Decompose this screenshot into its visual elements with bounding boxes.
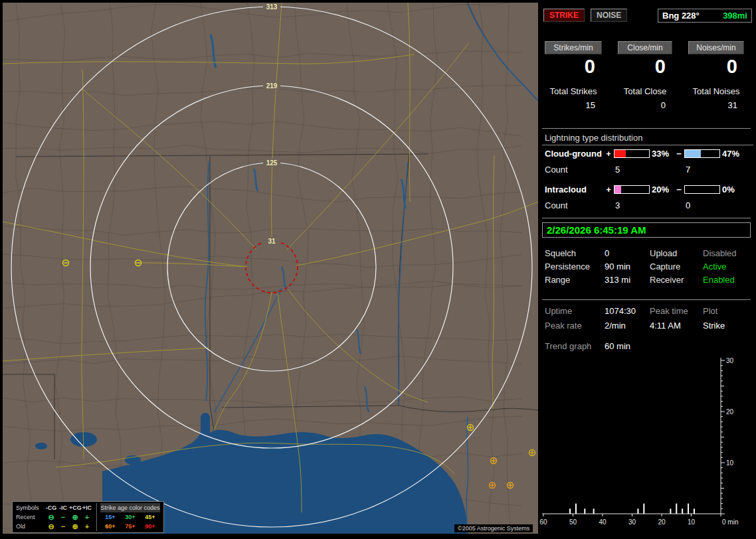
svg-text:60: 60 bbox=[539, 518, 547, 526]
bearing-range: 398mi bbox=[723, 11, 747, 21]
strikes-per-min-value: 0 bbox=[545, 54, 602, 78]
age-75-label: 75+ bbox=[120, 522, 140, 531]
close-per-min-value: 0 bbox=[618, 54, 672, 78]
age-45-label: 45+ bbox=[140, 512, 160, 522]
cloud-ground-label: Cloud-ground bbox=[545, 149, 603, 159]
trend-graph-row: Trend graph 60 min bbox=[545, 341, 752, 354]
legend-col-neg-ic: -IC bbox=[57, 503, 69, 512]
old-neg-cg-icon: ⊖ bbox=[45, 522, 57, 531]
bearing-label: Bng 228° bbox=[662, 11, 700, 21]
plus-sign: + bbox=[605, 185, 612, 194]
map-area: 31321912531 bbox=[3, 3, 538, 534]
cloud-ground-row: Cloud-ground + 33% − 47% bbox=[545, 148, 751, 159]
plus-sign: + bbox=[605, 149, 612, 159]
uptime-value: 1074:30 bbox=[605, 306, 650, 316]
recent-neg-cg-icon: ⊖ bbox=[45, 512, 57, 522]
intracloud-row: Intracloud + 20% − 0% bbox=[545, 184, 751, 194]
uptime-label: Uptime bbox=[545, 306, 605, 316]
cg-negative-bar bbox=[684, 149, 720, 158]
cg-positive-count: 5 bbox=[614, 165, 650, 175]
status-panel: STRIKE NOISE Bng 228° 398mi Strikes/min … bbox=[539, 0, 756, 539]
legend-symbols-section: Symbols -CG -IC +CG +IC Recent ⊖ − ⊕ + O… bbox=[16, 503, 93, 531]
strike-symbol-cg-pos bbox=[490, 483, 496, 489]
recent-pos-cg-icon: ⊕ bbox=[69, 512, 81, 522]
capture-status: Active bbox=[703, 262, 752, 271]
peak-time-value: 4:11 AM bbox=[650, 321, 703, 331]
bearing-display: Bng 228° 398mi bbox=[658, 9, 752, 23]
strike-symbol-cg-pos bbox=[508, 483, 514, 489]
divider bbox=[542, 299, 751, 300]
peak-rate-label: Peak rate bbox=[545, 321, 605, 331]
strike-symbol-cg-pos bbox=[468, 425, 474, 431]
upload-label: Upload bbox=[650, 248, 703, 258]
squelch-value: 0 bbox=[605, 248, 650, 258]
legend-col-neg-cg: -CG bbox=[45, 503, 57, 512]
session-stats-grid: Uptime 1074:30 Peak time Plot Peak rate … bbox=[545, 306, 752, 335]
old-pos-ic-icon: + bbox=[81, 522, 93, 531]
datetime-display: 2/26/2026 6:45:19 AM bbox=[542, 222, 751, 238]
ic-positive-pct: 20% bbox=[652, 185, 674, 194]
old-pos-cg-icon: ⊕ bbox=[69, 522, 81, 531]
strike-symbol-cg-pos bbox=[529, 450, 535, 456]
divider bbox=[542, 128, 751, 129]
minus-sign: − bbox=[676, 149, 682, 159]
map-legend: Symbols -CG -IC +CG +IC Recent ⊖ − ⊕ + O… bbox=[12, 501, 164, 533]
svg-text:0 min: 0 min bbox=[722, 518, 738, 526]
ic-negative-pct: 0% bbox=[722, 185, 744, 194]
divider bbox=[542, 218, 751, 218]
trend-graph-value: 60 min bbox=[605, 341, 650, 351]
range-value: 313 mi bbox=[605, 275, 650, 285]
svg-text:125: 125 bbox=[266, 159, 278, 167]
lightning-detector-app: 31321912531 Symbols -CG -IC +CG +IC Rece… bbox=[0, 0, 756, 539]
legend-symbols-header: Symbols bbox=[16, 503, 45, 512]
noises-per-min-value: 0 bbox=[688, 54, 744, 78]
strike-toggle-button[interactable]: STRIKE bbox=[543, 9, 585, 22]
legend-age-header: Strike age color codes bbox=[100, 503, 160, 512]
age-60-label: 60+ bbox=[100, 522, 120, 531]
total-noises-label: Total Noises bbox=[688, 86, 744, 96]
intracloud-label: Intracloud bbox=[545, 185, 603, 194]
total-close-value: 0 bbox=[618, 96, 672, 110]
age-30-label: 30+ bbox=[120, 512, 140, 522]
peak-time-label: Peak time bbox=[650, 306, 703, 316]
ic-negative-count: 0 bbox=[684, 200, 720, 210]
svg-text:40: 40 bbox=[599, 518, 607, 526]
total-counters: Total Strikes 15 Total Close 0 Total Noi… bbox=[539, 86, 756, 110]
old-neg-ic-icon: − bbox=[57, 522, 69, 531]
peak-rate-value: 2/min bbox=[605, 321, 650, 331]
total-close-label: Total Close bbox=[618, 86, 672, 96]
rate-counters: Strikes/min 0 Close/min 0 Noises/min 0 bbox=[539, 41, 756, 78]
receiver-status: Enabled bbox=[703, 275, 752, 285]
age-90-label: 90+ bbox=[140, 522, 160, 531]
age-15-label: 15+ bbox=[100, 512, 120, 522]
strike-symbol-cg-pos bbox=[491, 458, 497, 464]
svg-text:10: 10 bbox=[688, 518, 696, 526]
cg-positive-bar bbox=[614, 149, 650, 158]
receiver-status-grid: Squelch 0 Upload Disabled Persistence 90… bbox=[545, 248, 752, 288]
svg-text:20: 20 bbox=[726, 408, 734, 416]
strikes-per-min-label: Strikes/min bbox=[545, 41, 602, 54]
plot-value: Strike bbox=[703, 321, 752, 331]
map-canvas: 31321912531 bbox=[3, 3, 538, 534]
legend-old-label: Old bbox=[16, 522, 45, 531]
svg-text:30: 30 bbox=[628, 518, 636, 526]
svg-text:10: 10 bbox=[726, 459, 734, 467]
squelch-label: Squelch bbox=[545, 248, 605, 258]
cg-negative-count: 7 bbox=[684, 165, 720, 175]
distribution-title: Lightning type distribution bbox=[542, 133, 753, 145]
svg-text:313: 313 bbox=[266, 3, 278, 11]
plot-label: Plot bbox=[703, 306, 752, 316]
recent-pos-ic-icon: + bbox=[81, 512, 93, 522]
intracloud-count-row: Count 3 0 bbox=[545, 200, 751, 210]
upload-status: Disabled bbox=[703, 248, 752, 258]
close-per-min-label: Close/min bbox=[618, 41, 672, 54]
svg-text:31: 31 bbox=[268, 238, 276, 245]
noise-toggle-button[interactable]: NOISE bbox=[591, 9, 627, 22]
svg-text:30: 30 bbox=[726, 357, 734, 364]
capture-label: Capture bbox=[650, 262, 703, 271]
legend-recent-label: Recent bbox=[16, 512, 45, 522]
receiver-label: Receiver bbox=[650, 275, 703, 285]
trend-graph: 3020106050403020100 min bbox=[539, 354, 756, 535]
svg-text:50: 50 bbox=[569, 518, 577, 526]
total-strikes-label: Total Strikes bbox=[545, 86, 602, 96]
